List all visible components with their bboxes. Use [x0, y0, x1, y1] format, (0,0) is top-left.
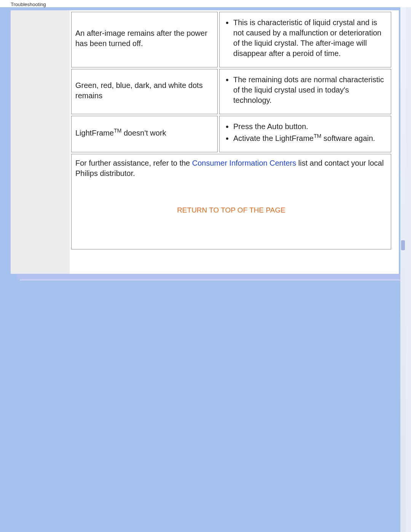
- page-title: Troubleshooting: [11, 2, 46, 7]
- symptom-text: An after-image remains after the power h…: [75, 29, 207, 48]
- list-item: This is characteristic of liquid crystal…: [233, 18, 387, 59]
- solution-cell: The remaining dots are normal characteri…: [219, 69, 391, 114]
- symptom-cell: LightFrameTM doesn't work: [71, 116, 218, 152]
- solution-list: Press the Auto button. Activate the Ligh…: [233, 121, 387, 144]
- scrollbar-thumb[interactable]: [401, 240, 405, 250]
- document-paper: An after-image remains after the power h…: [11, 10, 399, 274]
- consumer-info-link[interactable]: Consumer Information Centers: [192, 159, 296, 167]
- scrollbar-track[interactable]: [400, 7, 406, 532]
- background-fill: [0, 281, 406, 532]
- solution-cell: This is characteristic of liquid crystal…: [219, 12, 391, 67]
- content-area: An after-image remains after the power h…: [70, 10, 399, 274]
- page-background: An after-image remains after the power h…: [0, 7, 406, 532]
- footer-note: For further assistance, refer to the Con…: [71, 154, 391, 250]
- solution-cell: Press the Auto button. Activate the Ligh…: [219, 116, 391, 152]
- table-row: Green, red, blue, dark, and white dots r…: [71, 69, 391, 114]
- symptom-cell: Green, red, blue, dark, and white dots r…: [71, 69, 218, 114]
- list-item: Press the Auto button.: [233, 121, 387, 132]
- symptom-text: Green, red, blue, dark, and white dots r…: [75, 81, 203, 100]
- list-item: Activate the LightFrameTM software again…: [233, 133, 387, 144]
- symptom-text: LightFrameTM doesn't work: [75, 129, 166, 137]
- left-margin: [11, 10, 70, 274]
- symptom-cell: An after-image remains after the power h…: [71, 12, 218, 67]
- table-row: An after-image remains after the power h…: [71, 12, 391, 67]
- page-header: Troubleshooting: [0, 0, 411, 7]
- footer-prefix: For further assistance, refer to the: [75, 159, 192, 167]
- solution-list: The remaining dots are normal characteri…: [233, 75, 387, 105]
- list-item: The remaining dots are normal characteri…: [233, 75, 387, 105]
- paper-shadow: [17, 274, 400, 279]
- return-to-top-link[interactable]: RETURN TO TOP OF THE PAGE: [75, 205, 387, 215]
- solution-list: This is characteristic of liquid crystal…: [233, 18, 387, 59]
- troubleshooting-table: An after-image remains after the power h…: [70, 10, 393, 154]
- table-row: LightFrameTM doesn't work Press the Auto…: [71, 116, 391, 152]
